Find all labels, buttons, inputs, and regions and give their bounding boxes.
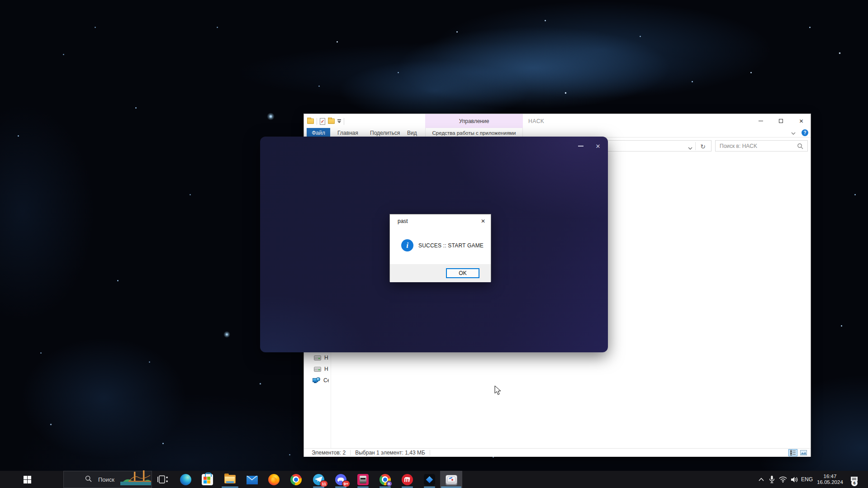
keycap-app-icon xyxy=(446,474,457,485)
telegram-badge: 11 xyxy=(320,480,328,487)
taskbar-search-box[interactable]: Поиск xyxy=(63,471,152,488)
app-close-button[interactable]: ✕ xyxy=(591,140,605,152)
start-button[interactable] xyxy=(16,471,38,488)
desktop-wallpaper: Управление HACK ✕ Файл Главная Поделитьс… xyxy=(0,0,868,488)
info-icon: i xyxy=(401,239,413,251)
file-explorer-icon xyxy=(224,474,236,485)
bright-star xyxy=(267,113,275,120)
separator xyxy=(430,450,430,455)
close-icon: ✕ xyxy=(799,118,803,124)
address-dropdown-button[interactable] xyxy=(688,144,693,152)
running-indicator xyxy=(402,487,413,488)
message-dialog: past ✕ i SUCCES :: START GAME OK xyxy=(389,214,491,282)
taskbar-icon-firefox[interactable] xyxy=(265,471,283,488)
dialog-message: SUCCES :: START GAME xyxy=(418,242,484,249)
nav-item-network[interactable]: Се xyxy=(313,376,329,384)
dialog-close-button[interactable]: ✕ xyxy=(475,214,491,227)
drive-icon xyxy=(314,355,321,360)
refresh-button[interactable]: ↻ xyxy=(698,142,707,151)
separator xyxy=(317,118,317,125)
drive-icon xyxy=(314,367,321,372)
dialog-title: past xyxy=(398,218,408,224)
nav-item-drive-1[interactable]: Н xyxy=(314,354,330,362)
tray-volume[interactable] xyxy=(789,471,800,488)
chevron-down-icon xyxy=(337,121,341,123)
properties-icon[interactable] xyxy=(320,118,325,125)
explorer-search-box[interactable]: Поиск в: HACK xyxy=(715,140,808,152)
running-indicator xyxy=(379,487,391,488)
taskbar-icon-chrome[interactable] xyxy=(287,471,305,488)
thumbnail-view-button[interactable] xyxy=(799,449,808,456)
taskbar-icon-riot[interactable] xyxy=(398,471,416,488)
ok-button[interactable]: OK xyxy=(446,268,479,278)
search-placeholder: Поиск в: HACK xyxy=(720,143,757,149)
separator xyxy=(695,142,696,150)
help-button[interactable]: ? xyxy=(802,129,808,136)
tray-wifi[interactable] xyxy=(778,471,788,488)
quick-access-toolbar xyxy=(307,117,344,126)
tab-file[interactable]: Файл xyxy=(307,128,330,137)
discord-badge: 9+ xyxy=(342,480,350,487)
search-highlight-image[interactable] xyxy=(120,470,151,487)
window-title: HACK xyxy=(528,118,544,124)
running-indicator xyxy=(335,487,346,488)
action-center-button[interactable]: 6 xyxy=(847,471,862,488)
ribbon-tab-row: Файл Главная Поделиться Вид Средства раб… xyxy=(304,128,811,137)
tray-chevron-up[interactable] xyxy=(756,471,766,488)
nav-item-drive-2[interactable]: Н xyxy=(314,365,330,373)
taskbar-icon-dark-app[interactable] xyxy=(420,471,438,488)
taskbar-icon-mail[interactable] xyxy=(243,471,261,488)
tab-view[interactable]: Вид xyxy=(407,128,417,137)
running-indicator xyxy=(357,487,369,488)
taskbar-icon-media-app[interactable] xyxy=(354,471,372,488)
dark-app-icon xyxy=(424,474,435,485)
new-folder-icon[interactable] xyxy=(328,118,335,124)
contextual-tab-manage[interactable]: Управление xyxy=(425,114,523,128)
search-icon[interactable] xyxy=(797,143,803,151)
search-icon xyxy=(85,475,92,484)
task-view-icon xyxy=(157,474,168,484)
running-indicator xyxy=(424,487,435,488)
task-view-button[interactable] xyxy=(154,471,172,488)
app-minimize-button[interactable] xyxy=(574,140,588,152)
taskbar-icon-chrome-profile[interactable]: A xyxy=(376,471,394,488)
taskbar-icon-telegram[interactable]: 11 xyxy=(309,471,327,488)
close-button[interactable]: ✕ xyxy=(791,114,811,128)
maximize-icon xyxy=(779,119,783,123)
mail-icon xyxy=(247,476,258,484)
taskbar-icon-explorer[interactable] xyxy=(221,471,239,488)
maximize-button[interactable] xyxy=(771,114,791,128)
taskbar-icon-store[interactable] xyxy=(198,471,216,488)
tray-clock[interactable]: 16:47 16.05.2024 xyxy=(814,471,846,488)
tray-time: 16:47 xyxy=(824,474,837,479)
folder-icon[interactable] xyxy=(307,118,314,124)
media-app-icon xyxy=(357,474,369,485)
separator xyxy=(350,450,351,455)
notification-count-badge: 6 xyxy=(851,480,858,486)
dialog-footer: OK xyxy=(390,264,491,282)
stars xyxy=(0,0,0,0)
minimize-button[interactable] xyxy=(750,114,771,128)
status-bar: Элементов: 2 Выбран 1 элемент: 1,43 МБ xyxy=(304,448,811,457)
status-items-count: Элементов: 2 xyxy=(312,450,346,456)
network-icon xyxy=(313,377,320,384)
chrome-icon: A xyxy=(379,474,391,485)
tab-app-tools[interactable]: Средства работы с приложениями xyxy=(425,128,523,137)
tab-home[interactable]: Главная xyxy=(337,128,358,137)
expand-ribbon-button[interactable] xyxy=(791,130,796,138)
tab-share[interactable]: Поделиться xyxy=(370,128,400,137)
customize-toolbar-button[interactable] xyxy=(337,119,341,123)
explorer-titlebar[interactable]: Управление HACK ✕ xyxy=(304,114,811,128)
windows-logo-icon xyxy=(24,476,31,483)
taskbar-icon-discord[interactable]: 9+ xyxy=(332,471,350,488)
store-icon xyxy=(202,474,213,485)
profile-badge-a: A xyxy=(386,481,392,487)
thumbnail-view-icon xyxy=(800,450,807,455)
minimize-icon xyxy=(759,121,763,121)
taskbar-icon-active-app[interactable] xyxy=(440,471,462,488)
tray-microphone[interactable] xyxy=(767,471,777,488)
tray-language[interactable]: ENG xyxy=(800,471,814,488)
taskbar-icon-edge[interactable] xyxy=(176,471,194,488)
running-indicator xyxy=(313,487,324,488)
details-view-button[interactable] xyxy=(788,449,797,456)
